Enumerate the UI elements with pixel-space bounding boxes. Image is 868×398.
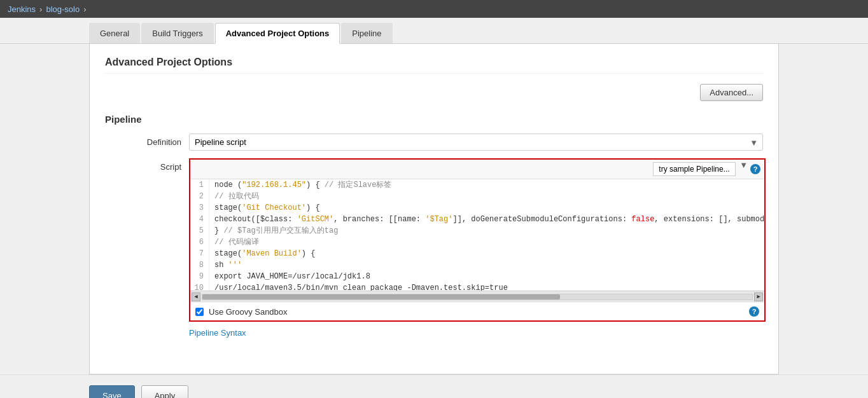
save-button[interactable]: Save: [89, 385, 135, 398]
breadcrumb-sep2: ›: [83, 4, 86, 14]
pipeline-syntax-link[interactable]: Pipeline Syntax: [189, 328, 246, 338]
code-area: 1 node ("192.168.1.45") { // 指定Slave标签 2…: [190, 179, 764, 302]
scroll-left-arrow[interactable]: ◀: [192, 292, 200, 301]
horizontal-scrollbar[interactable]: ◀ ▶: [190, 291, 764, 302]
scroll-track[interactable]: [202, 294, 753, 300]
page-title: Advanced Project Options: [105, 57, 763, 74]
breadcrumb-jenkins[interactable]: Jenkins: [8, 4, 36, 14]
groovy-sandbox-label: Use Groovy Sandbox: [209, 307, 288, 317]
code-line-7: 7 stage('Maven Build') {: [190, 248, 764, 259]
code-line-6: 6 // 代码编译: [190, 237, 764, 248]
script-label: Script: [105, 158, 181, 172]
breadcrumb-blog-solo[interactable]: blog-solo: [46, 4, 80, 14]
tab-build-triggers[interactable]: Build Triggers: [141, 23, 213, 43]
tab-general[interactable]: General: [89, 23, 140, 43]
scroll-thumb: [202, 294, 560, 299]
code-line-3: 3 stage('Git Checkout') {: [190, 202, 764, 214]
definition-label: Definition: [105, 137, 181, 147]
advanced-btn-row: Advanced...: [105, 84, 763, 101]
tab-pipeline[interactable]: Pipeline: [341, 23, 392, 43]
scroll-right-arrow[interactable]: ▶: [754, 292, 763, 301]
code-line-9: 9 export JAVA_HOME=/usr/local/jdk1.8: [190, 271, 764, 282]
sandbox-row: Use Groovy Sandbox ?: [190, 302, 764, 320]
groovy-sandbox-checkbox[interactable]: [195, 308, 204, 316]
apply-button[interactable]: Apply: [141, 385, 189, 398]
pipeline-section-title: Pipeline: [105, 114, 763, 125]
sandbox-help-icon[interactable]: ?: [749, 306, 759, 317]
definition-select[interactable]: Pipeline script: [189, 134, 763, 151]
script-editor: try sample Pipeline... ▼ ? 1 node ("192.…: [189, 158, 766, 322]
tabs-bar: General Build Triggers Advanced Project …: [0, 18, 868, 44]
code-line-4: 4 checkout([$class: 'GitSCM', branches: …: [190, 214, 764, 225]
script-row: Script try sample Pipeline... ▼ ? 1 node…: [105, 158, 763, 322]
code-line-10: 10 /usr/local/maven3.5/bin/mvn clean pac…: [190, 282, 764, 291]
sample-pipeline-select[interactable]: try sample Pipeline...: [653, 162, 736, 176]
pipeline-syntax-row: Pipeline Syntax: [189, 328, 763, 338]
breadcrumb-sep1: ›: [39, 4, 42, 14]
sample-dropdown-arrow: ▼: [739, 160, 748, 169]
definition-select-wrap: Pipeline script ▼: [189, 134, 763, 151]
content-panel: Advanced Project Options Advanced... Pip…: [89, 44, 779, 374]
advanced-button[interactable]: Advanced...: [700, 84, 763, 101]
code-line-8: 8 sh ''': [190, 259, 764, 271]
script-toolbar: try sample Pipeline... ▼ ?: [190, 160, 764, 179]
code-line-2: 2 // 拉取代码: [190, 191, 764, 202]
code-line-5: 5 } // $Tag引用用户交互输入的tag: [190, 225, 764, 237]
bottom-buttons: Save Apply: [0, 374, 868, 398]
code-line-1: 1 node ("192.168.1.45") { // 指定Slave标签: [190, 179, 764, 191]
script-help-icon[interactable]: ?: [750, 164, 760, 174]
tab-advanced-project-options[interactable]: Advanced Project Options: [215, 23, 340, 44]
code-lines[interactable]: 1 node ("192.168.1.45") { // 指定Slave标签 2…: [190, 179, 764, 291]
breadcrumb-bar: Jenkins › blog-solo ›: [0, 0, 868, 18]
definition-row: Definition Pipeline script ▼: [105, 134, 763, 151]
